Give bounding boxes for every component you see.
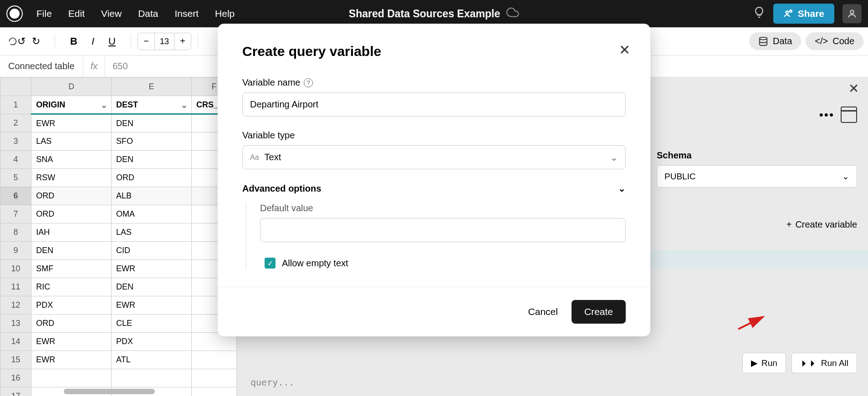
create-query-variable-modal: Create query variable ✕ Variable name ? … — [218, 24, 650, 336]
allow-empty-checkbox[interactable]: ✓ — [265, 258, 276, 269]
chevron-down-icon: ⌄ — [610, 152, 618, 163]
modal-backdrop: Create query variable ✕ Variable name ? … — [0, 0, 868, 396]
advanced-options-label: Advanced options — [242, 183, 321, 194]
text-type-icon: Aa — [250, 153, 259, 162]
allow-empty-label: Allow empty text — [282, 258, 348, 269]
variable-type-label: Variable type — [242, 130, 626, 141]
variable-name-label: Variable name ? — [242, 77, 626, 88]
advanced-options-body: Default value ✓ Allow empty text — [246, 203, 626, 269]
modal-footer: Cancel Create — [218, 287, 650, 336]
variable-type-select[interactable]: Aa Text ⌄ — [242, 145, 626, 169]
modal-close-button[interactable]: ✕ — [619, 42, 630, 58]
advanced-options-toggle[interactable]: Advanced options ⌄ — [242, 183, 626, 194]
default-value-input[interactable] — [260, 218, 626, 242]
cancel-button[interactable]: Cancel — [528, 306, 558, 317]
default-value-label: Default value — [260, 203, 626, 213]
variable-type-value: Text — [265, 152, 281, 162]
chevron-down-icon: ⌄ — [618, 183, 626, 194]
create-button[interactable]: Create — [572, 300, 626, 324]
modal-title: Create query variable — [242, 44, 626, 59]
variable-name-input[interactable] — [242, 92, 626, 117]
help-icon[interactable]: ? — [304, 78, 313, 87]
